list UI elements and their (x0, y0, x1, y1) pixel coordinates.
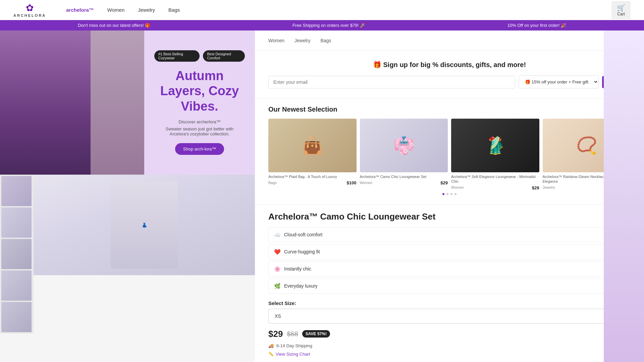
price-row: $29 $68 SAVE 57%! (268, 329, 631, 339)
hero-description: Sweater season just got better withArcel… (166, 126, 233, 136)
left-section: #1 Best-Selling Cozywear Best Designed C… (0, 31, 255, 362)
hero-title: Autumn Layers, Cozy Vibes. (154, 68, 245, 114)
logo-text: ARCHELORA (13, 13, 46, 17)
top-nav: ✿ ARCHELORA archelora™ Women Jewelry Bag… (0, 0, 644, 20)
promo-item-2: Free Shipping on orders over $79! 🚀 (292, 23, 365, 28)
flower-icon: 🌸 (274, 266, 281, 272)
hero-area: #1 Best-Selling Cozywear Best Designed C… (0, 31, 255, 175)
nav-archelora[interactable]: archelora™ (66, 7, 94, 13)
product-detail: Archelora™ Camo Chic Loungewear Set ☁️ C… (255, 204, 644, 362)
feature-item-4: 🌿 Everyday luxury (268, 279, 631, 294)
product-card-name-3: Archelora™ Soft Elegance Loungewear - Mi… (451, 174, 539, 184)
secondary-nav: Women Jewelry Bags (255, 31, 644, 51)
right-section: Women Jewelry Bags 🎁 Sign up for big % d… (255, 31, 644, 362)
hero-badges: #1 Best-Selling Cozywear Best Designed C… (154, 50, 245, 62)
signup-title: 🎁 Sign up for big % discounts, gifts, an… (268, 61, 631, 69)
dot-4[interactable] (454, 193, 457, 195)
feature-text-1: Cloud-soft comfort (284, 232, 322, 237)
hero-badge-2: Best Designed Comfort (203, 50, 245, 62)
feature-item-1: ☁️ Cloud-soft comfort (268, 227, 631, 242)
price-current: $29 (268, 329, 283, 339)
product-card-3[interactable]: 🥻 Archelora™ Soft Elegance Loungewear - … (451, 119, 539, 190)
promo-item-3: 10% Off on your first order! 🎉 (507, 23, 566, 28)
feature-text-3: Instantly chic (284, 266, 311, 272)
product-cards: 👜 Archelora™ Plaid Bag - A Touch of Luxu… (268, 119, 631, 190)
shipping-info: 🚚 6-14 Day Shipping (268, 343, 631, 348)
product-card-price-4: $39 (623, 185, 631, 190)
nav-women[interactable]: Women (107, 7, 124, 13)
product-card-name-1: Archelora™ Plaid Bag - A Touch of Luxury (268, 174, 357, 179)
product-card-img-4: 📿 (543, 119, 631, 172)
promo-text-1: Don't miss out on our latest offers! 🎁 (78, 23, 150, 28)
product-card-category-4: Jewelry (543, 185, 555, 189)
product-area: 👗 (0, 175, 255, 334)
product-card-category-2: Women (360, 181, 373, 185)
product-title: Archelora™ Camo Chic Loungewear Set (268, 212, 631, 222)
logo-icon: ✿ (26, 2, 34, 13)
shipping-text: 6-14 Day Shipping (276, 343, 312, 348)
product-card-img-3: 🥻 (451, 119, 539, 172)
signup-box: 🎁 Sign up for big % discounts, gifts, an… (255, 51, 644, 99)
hero-text-area: #1 Best-Selling Cozywear Best Designed C… (144, 31, 255, 175)
size-label: Select Size: (268, 300, 631, 306)
dot-2[interactable] (446, 193, 448, 195)
hero-badge-1: #1 Best-Selling Cozywear (154, 50, 200, 62)
nav-bags[interactable]: Bags (168, 7, 180, 13)
product-card-price-1: $100 (347, 180, 357, 185)
feature-text-4: Everyday luxury (284, 283, 318, 289)
thumbnail-2[interactable] (1, 207, 32, 238)
hero-woman-right-image (91, 31, 144, 175)
product-card-category-1: Bags (268, 181, 277, 185)
shipping-icon: 🚚 (268, 343, 274, 348)
thumbnail-5[interactable] (1, 302, 32, 332)
thumbnail-3[interactable] (1, 239, 32, 269)
thumbnail-list (0, 175, 34, 334)
product-card-price-2: $29 (440, 180, 448, 185)
promo-banner: Don't miss out on our latest offers! 🎁 F… (0, 20, 644, 31)
size-select[interactable]: XS S M L XL (268, 309, 631, 323)
thumbnail-1[interactable] (1, 176, 32, 206)
feature-item-3: 🌸 Instantly chic (268, 261, 631, 277)
sizing-chart-link[interactable]: 📏 View Sizing Chart (268, 352, 631, 357)
size-section: Select Size: XS S M L XL (268, 300, 631, 323)
main-layout: #1 Best-Selling Cozywear Best Designed C… (0, 31, 644, 362)
product-card-1[interactable]: 👜 Archelora™ Plaid Bag - A Touch of Luxu… (268, 119, 357, 190)
hero-cta-button[interactable]: Shop arch-lora™ (175, 143, 224, 155)
product-card-4[interactable]: 📿 Archelora™ Rainbow Gleam Necklace - Ge… (543, 119, 631, 190)
discount-select[interactable]: 🎁 15% off your order + Free gift (519, 75, 599, 88)
product-card-img-1: 👜 (268, 119, 357, 172)
signup-form: 🎁 15% off your order + Free gift Sign Up (268, 75, 631, 88)
hero-woman-left-image (0, 31, 91, 175)
product-card-name-2: Archelora™ Camo Chic Loungewear Set (360, 174, 448, 179)
nav-jewelry[interactable]: Jewelry (138, 7, 155, 13)
promo-text-2: Free Shipping on orders over $79! 🚀 (292, 23, 365, 28)
email-input[interactable] (268, 76, 515, 88)
dot-1[interactable] (442, 193, 444, 195)
product-card-price-3: $29 (532, 185, 539, 190)
signup-button[interactable]: Sign Up (602, 76, 631, 88)
price-original: $68 (287, 330, 298, 338)
hero-subtitle: Discover archerlora™ (178, 119, 221, 124)
logo[interactable]: ✿ ARCHELORA (13, 2, 46, 17)
sec-nav-bags[interactable]: Bags (320, 38, 331, 43)
heart-icon: ❤️ (274, 249, 281, 255)
product-card-img-2: 👘 (360, 119, 448, 172)
feature-list: ☁️ Cloud-soft comfort ❤️ Curve-hugging f… (268, 227, 631, 294)
dot-3[interactable] (450, 193, 452, 195)
feature-item-2: ❤️ Curve-hugging fit (268, 244, 631, 259)
newest-section: Our Newest Selection 👜 Archelora™ Plaid … (255, 99, 644, 204)
thumbnail-4[interactable] (1, 270, 32, 301)
sec-nav-jewelry[interactable]: Jewelry (294, 38, 310, 43)
promo-text-3: 10% Off on your first order! 🎉 (507, 23, 566, 28)
carousel-dots (268, 193, 631, 195)
cart-button[interactable]: 🛒 Cart (611, 1, 631, 19)
leaf-icon: 🌿 (274, 283, 281, 289)
sec-nav-women[interactable]: Women (268, 38, 284, 43)
nav-links: archelora™ Women Jewelry Bags (66, 7, 611, 13)
feature-text-2: Curve-hugging fit (284, 249, 320, 254)
product-card-category-3: Women (451, 185, 464, 189)
cart-label: Cart (617, 12, 625, 16)
sizing-link-text: View Sizing Chart (276, 352, 310, 357)
product-card-2[interactable]: 👘 Archelora™ Camo Chic Loungewear Set Wo… (360, 119, 448, 190)
newest-section-title: Our Newest Selection (268, 106, 631, 113)
